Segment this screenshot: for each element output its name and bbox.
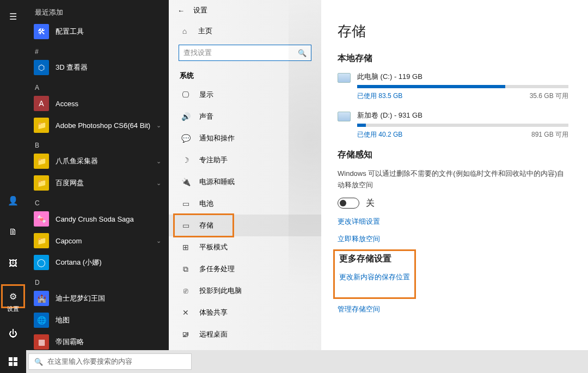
- start-app-item[interactable]: 🏰迪士尼梦幻王国: [26, 288, 169, 309]
- start-app-item[interactable]: ▦帝国霸略: [26, 331, 169, 350]
- app-icon: 📁: [34, 118, 49, 133]
- nav-item-label: 电源和睡眠: [199, 177, 235, 187]
- start-group-letter[interactable]: C: [26, 194, 169, 208]
- drive-name: 此电脑 (C:) - 119 GB: [357, 72, 568, 82]
- start-group-letter[interactable]: B: [26, 136, 169, 150]
- start-group-letter[interactable]: A: [26, 78, 169, 93]
- nav-item-label: 声音: [199, 112, 213, 121]
- app-label: 3D 查看器: [56, 63, 88, 72]
- taskbar-search[interactable]: 🔍 在这里输入你要搜索的内容: [28, 353, 192, 370]
- page-title: 存储: [338, 22, 568, 41]
- nav-item-声音[interactable]: 🔊声音: [169, 106, 321, 127]
- nav-item-label: 显示: [199, 90, 213, 100]
- nav-item-通知和操作[interactable]: 💬通知和操作: [169, 127, 321, 149]
- nav-item-icon: ⊞: [181, 243, 191, 252]
- drive-bar: [357, 124, 568, 127]
- nav-item-存储[interactable]: ▭存储: [169, 215, 321, 236]
- search-placeholder: 查找设置: [183, 48, 212, 58]
- start-app-item[interactable]: ◯Cortana (小娜): [26, 252, 169, 273]
- nav-item-电源和睡眠[interactable]: 🔌电源和睡眠: [169, 171, 321, 193]
- nav-item-电池[interactable]: ▭电池: [169, 193, 321, 215]
- app-label: 百度网盘: [56, 178, 84, 188]
- app-label: Capcom: [56, 237, 82, 245]
- nav-item-多任务处理[interactable]: ⧉多任务处理: [169, 258, 321, 280]
- start-app-item[interactable]: 📁八爪鱼采集器⌄: [26, 150, 169, 172]
- user-icon[interactable]: 👤: [2, 189, 24, 211]
- start-app-item[interactable]: 📁Capcom⌄: [26, 230, 169, 252]
- drive-item[interactable]: 新加卷 (D:) - 931 GB 已使用 40.2 GB891 GB 可用: [338, 111, 568, 139]
- documents-icon[interactable]: 🗎: [2, 221, 24, 243]
- start-app-item[interactable]: 🍬Candy Crush Soda Saga: [26, 208, 169, 230]
- nav-item-label: 平板模式: [199, 242, 228, 252]
- drive-item[interactable]: 此电脑 (C:) - 119 GB 已使用 83.5 GB35.6 GB 可用: [338, 72, 568, 101]
- settings-main: 存储 本地存储 此电脑 (C:) - 119 GB 已使用 83.5 GB35.…: [321, 0, 588, 350]
- nav-item-icon: ⎚: [181, 286, 191, 295]
- nav-item-显示[interactable]: 🖵显示: [169, 84, 321, 106]
- nav-item-label: 存储: [199, 221, 213, 230]
- app-icon: ⬡: [34, 60, 49, 75]
- drive-used: 已使用 40.2 GB: [357, 130, 402, 139]
- settings-search[interactable]: 查找设置 🔍: [179, 45, 311, 61]
- start-app-item[interactable]: 📁Adobe Photoshop CS6(64 Bit)⌄: [26, 114, 169, 136]
- start-app-item[interactable]: 📁百度网盘⌄: [26, 172, 169, 194]
- svg-rect-3: [14, 362, 17, 366]
- app-icon: 🍬: [34, 211, 49, 227]
- nav-home[interactable]: ⌂ 主页: [169, 21, 321, 41]
- nav-item-label: 远程桌面: [199, 329, 228, 339]
- drive-icon: [338, 73, 351, 83]
- local-storage-title: 本地存储: [338, 53, 568, 64]
- nav-item-专注助手[interactable]: ☽专注助手: [169, 149, 321, 171]
- more-settings-highlight: 更多存储设置 更改新内容的保存位置: [333, 249, 416, 299]
- app-label: 迪士尼梦幻王国: [56, 293, 105, 303]
- app-label: 地图: [56, 315, 70, 325]
- drive-icon: [338, 112, 351, 121]
- storage-sense-toggle[interactable]: [338, 198, 359, 209]
- nav-item-label: 通知和操作: [199, 133, 235, 143]
- home-icon: ⌂: [180, 27, 189, 35]
- chevron-down-icon: ⌄: [156, 122, 161, 129]
- settings-window: ← 设置 ⌂ 主页 查找设置 🔍 系统 🖵显示🔊声音💬通知和操作☽专注助手🔌电源…: [169, 0, 588, 350]
- link-free-space[interactable]: 立即释放空间: [338, 234, 568, 244]
- nav-item-label: 多任务处理: [199, 264, 235, 274]
- app-label: Access: [56, 100, 78, 108]
- gear-icon[interactable]: ⚙: [9, 291, 17, 302]
- pictures-icon[interactable]: 🖼: [2, 253, 24, 274]
- svg-rect-2: [9, 362, 13, 366]
- svg-rect-1: [14, 357, 17, 361]
- nav-item-体验共享[interactable]: ✕体验共享: [169, 302, 321, 323]
- nav-item-投影到此电脑[interactable]: ⎚投影到此电脑: [169, 280, 321, 302]
- start-app-item[interactable]: ⬡3D 查看器: [26, 57, 169, 78]
- app-label: Adobe Photoshop CS6(64 Bit): [56, 121, 150, 130]
- storage-sense-title: 存储感知: [338, 149, 568, 161]
- app-icon: 📁: [34, 154, 49, 169]
- start-group-letter[interactable]: #: [26, 42, 169, 57]
- back-icon[interactable]: ←: [177, 7, 185, 15]
- link-detail[interactable]: 更改详细设置: [338, 217, 568, 227]
- app-icon: ◯: [34, 255, 49, 270]
- start-rail: ☰ 👤 🗎 🖼 ⚙ 设置 ⏻: [0, 0, 26, 350]
- nav-item-icon: ▭: [181, 221, 191, 230]
- nav-item-平板模式[interactable]: ⊞平板模式: [169, 236, 321, 258]
- nav-item-icon: ✕: [181, 308, 191, 317]
- drive-name: 新加卷 (D:) - 931 GB: [357, 111, 568, 120]
- nav-item-远程桌面[interactable]: 🖳远程桌面: [169, 323, 321, 345]
- start-app-item[interactable]: 🌐地图: [26, 309, 169, 331]
- start-app-item[interactable]: AAccess: [26, 93, 169, 114]
- power-icon[interactable]: ⏻: [2, 323, 24, 345]
- hamburger-icon[interactable]: ☰: [2, 5, 24, 27]
- nav-item-icon: ⧉: [181, 265, 191, 274]
- settings-title: 设置: [193, 5, 207, 15]
- app-icon: 📁: [34, 233, 49, 248]
- recent-item[interactable]: 🛠 配置工具: [26, 21, 169, 42]
- app-label: 配置工具: [56, 27, 84, 36]
- tools-icon: 🛠: [34, 24, 49, 39]
- nav-item-label: 投影到此电脑: [199, 286, 242, 296]
- nav-item-icon: 🖳: [181, 330, 191, 339]
- link-manage-space[interactable]: 管理存储空间: [338, 304, 568, 314]
- start-button[interactable]: [0, 350, 26, 373]
- link-change-location[interactable]: 更改新内容的保存位置: [339, 272, 410, 282]
- settings-rail-label: 设置: [1, 305, 25, 313]
- app-label: Cortana (小娜): [56, 258, 102, 267]
- start-group-letter[interactable]: D: [26, 273, 169, 288]
- app-icon: ▦: [34, 334, 49, 350]
